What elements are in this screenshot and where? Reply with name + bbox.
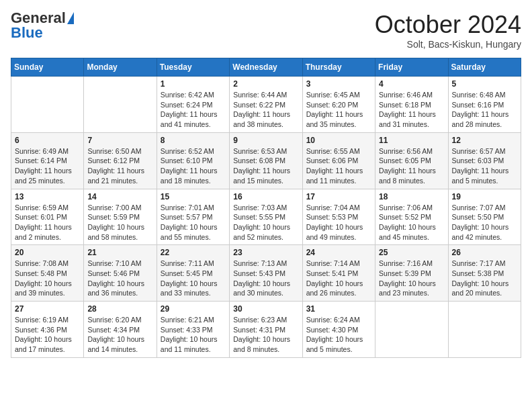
calendar-cell: 10Sunrise: 6:55 AM Sunset: 6:06 PM Dayli… bbox=[302, 132, 375, 189]
title-block: October 2024 Solt, Bacs-Kiskun, Hungary bbox=[375, 11, 521, 50]
calendar-cell: 8Sunrise: 6:52 AM Sunset: 6:10 PM Daylig… bbox=[157, 132, 229, 189]
logo-triangle-icon bbox=[67, 12, 74, 24]
day-info: Sunrise: 6:50 AM Sunset: 6:12 PM Dayligh… bbox=[87, 146, 152, 186]
day-info: Sunrise: 7:16 AM Sunset: 5:39 PM Dayligh… bbox=[379, 259, 444, 298]
day-info: Sunrise: 6:42 AM Sunset: 6:24 PM Dayligh… bbox=[161, 90, 226, 130]
logo: General Blue bbox=[11, 11, 74, 40]
day-number: 8 bbox=[161, 136, 226, 145]
day-number: 27 bbox=[15, 304, 80, 314]
calendar-cell: 13Sunrise: 6:59 AM Sunset: 6:01 PM Dayli… bbox=[11, 189, 84, 245]
day-info: Sunrise: 7:08 AM Sunset: 5:48 PM Dayligh… bbox=[15, 259, 80, 298]
calendar-cell: 5Sunrise: 6:48 AM Sunset: 6:16 PM Daylig… bbox=[448, 77, 521, 133]
calendar-cell: 22Sunrise: 7:11 AM Sunset: 5:45 PM Dayli… bbox=[157, 245, 229, 302]
calendar-cell: 11Sunrise: 6:56 AM Sunset: 6:05 PM Dayli… bbox=[375, 132, 448, 189]
day-info: Sunrise: 7:17 AM Sunset: 5:38 PM Dayligh… bbox=[452, 259, 517, 298]
day-number: 6 bbox=[15, 136, 80, 145]
logo-blue-text: Blue bbox=[11, 24, 43, 41]
day-info: Sunrise: 6:52 AM Sunset: 6:10 PM Dayligh… bbox=[161, 146, 226, 186]
day-number: 4 bbox=[379, 79, 444, 89]
day-number: 12 bbox=[452, 136, 517, 145]
day-info: Sunrise: 6:55 AM Sunset: 6:06 PM Dayligh… bbox=[306, 146, 371, 186]
day-number: 11 bbox=[379, 136, 444, 145]
day-info: Sunrise: 6:53 AM Sunset: 6:08 PM Dayligh… bbox=[233, 146, 298, 186]
calendar-cell: 29Sunrise: 6:21 AM Sunset: 4:33 PM Dayli… bbox=[157, 302, 229, 358]
calendar-cell: 21Sunrise: 7:10 AM Sunset: 5:46 PM Dayli… bbox=[84, 245, 157, 302]
day-info: Sunrise: 6:46 AM Sunset: 6:18 PM Dayligh… bbox=[379, 90, 444, 130]
calendar-table: SundayMondayTuesdayWednesdayThursdayFrid… bbox=[11, 58, 521, 358]
day-number: 20 bbox=[15, 248, 80, 257]
calendar-cell: 27Sunrise: 6:19 AM Sunset: 4:36 PM Dayli… bbox=[11, 302, 84, 358]
calendar-cell: 12Sunrise: 6:57 AM Sunset: 6:03 PM Dayli… bbox=[448, 132, 521, 189]
day-info: Sunrise: 6:59 AM Sunset: 6:01 PM Dayligh… bbox=[15, 203, 80, 242]
calendar-cell: 17Sunrise: 7:04 AM Sunset: 5:53 PM Dayli… bbox=[302, 189, 375, 245]
calendar-cell: 25Sunrise: 7:16 AM Sunset: 5:39 PM Dayli… bbox=[375, 245, 448, 302]
day-info: Sunrise: 6:48 AM Sunset: 6:16 PM Dayligh… bbox=[452, 90, 517, 130]
day-number: 2 bbox=[233, 79, 298, 89]
day-number: 29 bbox=[161, 304, 226, 314]
day-number: 7 bbox=[87, 136, 152, 145]
day-info: Sunrise: 7:06 AM Sunset: 5:52 PM Dayligh… bbox=[379, 203, 444, 242]
day-info: Sunrise: 7:11 AM Sunset: 5:45 PM Dayligh… bbox=[161, 259, 226, 298]
day-number: 10 bbox=[306, 136, 371, 145]
weekday-header-saturday: Saturday bbox=[448, 58, 521, 77]
day-info: Sunrise: 6:44 AM Sunset: 6:22 PM Dayligh… bbox=[233, 90, 298, 130]
weekday-header-thursday: Thursday bbox=[302, 58, 375, 77]
day-info: Sunrise: 7:07 AM Sunset: 5:50 PM Dayligh… bbox=[452, 203, 517, 242]
calendar-cell: 18Sunrise: 7:06 AM Sunset: 5:52 PM Dayli… bbox=[375, 189, 448, 245]
calendar-cell: 19Sunrise: 7:07 AM Sunset: 5:50 PM Dayli… bbox=[448, 189, 521, 245]
calendar-cell: 23Sunrise: 7:13 AM Sunset: 5:43 PM Dayli… bbox=[230, 245, 302, 302]
day-number: 15 bbox=[161, 192, 226, 201]
weekday-header-sunday: Sunday bbox=[11, 58, 84, 77]
day-number: 18 bbox=[379, 192, 444, 201]
day-info: Sunrise: 7:03 AM Sunset: 5:55 PM Dayligh… bbox=[233, 203, 298, 242]
location-text: Solt, Bacs-Kiskun, Hungary bbox=[375, 39, 521, 50]
calendar-cell: 26Sunrise: 7:17 AM Sunset: 5:38 PM Dayli… bbox=[448, 245, 521, 302]
calendar-cell: 9Sunrise: 6:53 AM Sunset: 6:08 PM Daylig… bbox=[230, 132, 302, 189]
day-number: 19 bbox=[452, 192, 517, 201]
day-number: 31 bbox=[306, 304, 371, 314]
day-number: 17 bbox=[306, 192, 371, 201]
logo-general-text: General bbox=[11, 11, 66, 26]
calendar-header: SundayMondayTuesdayWednesdayThursdayFrid… bbox=[11, 58, 521, 77]
calendar-cell bbox=[11, 77, 84, 133]
calendar-cell bbox=[448, 302, 521, 358]
calendar-cell: 15Sunrise: 7:01 AM Sunset: 5:57 PM Dayli… bbox=[157, 189, 229, 245]
day-info: Sunrise: 7:13 AM Sunset: 5:43 PM Dayligh… bbox=[233, 259, 298, 298]
day-info: Sunrise: 6:57 AM Sunset: 6:03 PM Dayligh… bbox=[452, 146, 517, 186]
day-info: Sunrise: 6:45 AM Sunset: 6:20 PM Dayligh… bbox=[306, 90, 371, 130]
day-info: Sunrise: 6:20 AM Sunset: 4:34 PM Dayligh… bbox=[87, 315, 152, 355]
day-info: Sunrise: 7:14 AM Sunset: 5:41 PM Dayligh… bbox=[306, 259, 371, 298]
day-number: 9 bbox=[233, 136, 298, 145]
day-number: 25 bbox=[379, 248, 444, 257]
day-number: 26 bbox=[452, 248, 517, 257]
day-number: 24 bbox=[306, 248, 371, 257]
day-info: Sunrise: 7:04 AM Sunset: 5:53 PM Dayligh… bbox=[306, 203, 371, 242]
day-number: 21 bbox=[87, 248, 152, 257]
calendar-cell: 4Sunrise: 6:46 AM Sunset: 6:18 PM Daylig… bbox=[375, 77, 448, 133]
day-number: 16 bbox=[233, 192, 298, 201]
weekday-header-friday: Friday bbox=[375, 58, 448, 77]
weekday-header-monday: Monday bbox=[84, 58, 157, 77]
calendar-cell: 24Sunrise: 7:14 AM Sunset: 5:41 PM Dayli… bbox=[302, 245, 375, 302]
day-number: 13 bbox=[15, 192, 80, 201]
day-number: 3 bbox=[306, 79, 371, 89]
day-number: 30 bbox=[233, 304, 298, 314]
calendar-cell: 16Sunrise: 7:03 AM Sunset: 5:55 PM Dayli… bbox=[230, 189, 302, 245]
calendar-cell: 20Sunrise: 7:08 AM Sunset: 5:48 PM Dayli… bbox=[11, 245, 84, 302]
day-number: 22 bbox=[161, 248, 226, 257]
day-info: Sunrise: 6:21 AM Sunset: 4:33 PM Dayligh… bbox=[161, 315, 226, 355]
day-info: Sunrise: 7:01 AM Sunset: 5:57 PM Dayligh… bbox=[161, 203, 226, 242]
calendar-cell: 3Sunrise: 6:45 AM Sunset: 6:20 PM Daylig… bbox=[302, 77, 375, 133]
calendar-cell: 6Sunrise: 6:49 AM Sunset: 6:14 PM Daylig… bbox=[11, 132, 84, 189]
calendar-cell bbox=[84, 77, 157, 133]
day-number: 23 bbox=[233, 248, 298, 257]
day-info: Sunrise: 6:23 AM Sunset: 4:31 PM Dayligh… bbox=[233, 315, 298, 355]
day-number: 28 bbox=[87, 304, 152, 314]
calendar-cell: 2Sunrise: 6:44 AM Sunset: 6:22 PM Daylig… bbox=[230, 77, 302, 133]
day-number: 14 bbox=[87, 192, 152, 201]
day-number: 5 bbox=[452, 79, 517, 89]
month-title: October 2024 bbox=[375, 11, 521, 39]
day-number: 1 bbox=[161, 79, 226, 89]
weekday-header-wednesday: Wednesday bbox=[230, 58, 302, 77]
calendar-cell bbox=[375, 302, 448, 358]
